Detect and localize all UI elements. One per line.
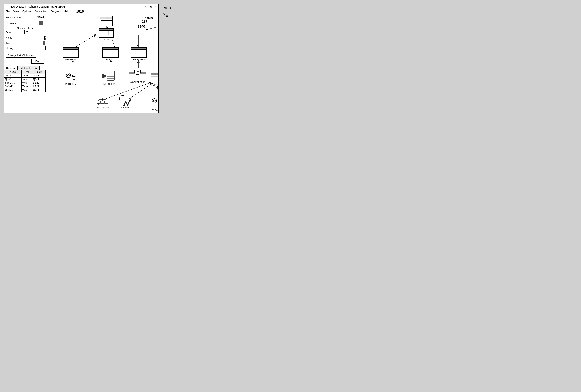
qsqjrn-label: QSQJRN [102,38,110,41]
tabs: Standard Relational List [4,66,45,70]
window-title: New Diagram - Schema Diagram - RCHASP04 [10,5,142,8]
main-window: — New Diagram - Schema Diagram - RCHASP0… [4,4,159,113]
project1-label: PROJECT1 [65,58,76,60]
emp-key-node[interactable]: STOP EMP_KEY [151,96,158,110]
menu-options[interactable]: Options [22,10,31,14]
table-row[interactable]: SYSKE... Table LIB22 [4,85,45,88]
menu-annotation: 1910 [76,10,84,14]
menu-diagram[interactable]: Diagram [51,10,61,14]
search-values-label: Search values [6,27,44,30]
side-annotations: 1900 [162,6,171,18]
emp-index2-node[interactable]: EMP_INDEX2 [96,96,109,109]
menu-file[interactable]: File [5,10,10,14]
project1-node[interactable]: PROJECT1 [63,47,79,60]
svg-line-57 [162,13,168,17]
name-input[interactable] [12,36,44,40]
svg-point-16 [66,73,71,78]
search-criteria-section: Search Criteria 1920 Diagram ▼ Search va… [4,14,45,66]
svg-rect-21 [107,71,111,80]
tab-relational[interactable]: Relational [17,66,32,70]
menu-view[interactable]: View [13,10,19,14]
svg-rect-38 [97,101,100,104]
svg-rect-26 [111,71,114,80]
left-panel: Search Criteria 1920 Diagram ▼ Search va… [4,14,46,112]
emp-index2-label: EMP_INDEX2 [96,106,109,109]
emp-act-label: EMP_ACT [106,58,115,60]
from-label: From: [6,31,12,34]
outer-annotation-1900: 1900 [162,6,171,10]
emp-key-label: EMP_KEY [152,108,158,110]
annotation-1920: 1920 [37,16,44,19]
svg-point-17 [67,74,69,76]
svg-line-0 [75,34,96,47]
window-controls: □ ▣ ✕ [144,5,157,8]
svg-rect-39 [101,101,104,104]
close-button[interactable]: ✕ [153,5,157,8]
table-row[interactable]: QS36P... Table QGPL [4,78,45,81]
from-input[interactable] [13,30,24,34]
proj-key-label: PROJ_KEY [65,83,76,85]
workdept-f-label: WORKDEPT_F [130,81,145,83]
window-icon[interactable]: — [5,5,8,8]
annotation-1940-label: 1940 [138,24,145,28]
salary-label: SALARY [121,106,129,109]
svg-marker-31 [102,73,107,79]
table-row[interactable]: QS3V... View QGPL [4,88,45,92]
library-input[interactable] [13,46,45,50]
salary-node[interactable]: STOP SALARY [119,94,131,109]
qsqjrn-node[interactable]: QSQJRN [99,28,114,41]
from-to-row: From: To: [6,30,44,34]
menu-connection[interactable]: Connection [34,10,48,14]
emp-act-node[interactable]: EMP_ACT [102,47,118,60]
change-libraries-button[interactable]: Change List of Libraries [6,53,36,58]
to-input[interactable] [31,30,42,34]
title-bar: — New Diagram - Schema Diagram - RCHASP0… [4,4,158,9]
workdept-f-node[interactable]: STOP WORKDEPT_F [129,68,146,83]
type-label: Type [6,42,11,44]
department-label: DEPARTMENT [132,58,146,60]
menu-bar: File View Options Connection Diagram Hel… [4,9,158,14]
journal-icon-node[interactable] [100,16,113,26]
type-field-row: Type ▼ [6,41,44,45]
search-criteria-title: Search Criteria [6,16,22,19]
tab-list[interactable]: List [32,66,39,70]
proj-key-node[interactable]: STOP PROJ_KEY [65,70,77,85]
diagram-dropdown[interactable]: Diagram ▼ [6,20,44,25]
svg-marker-44 [123,98,131,106]
svg-point-45 [152,98,157,103]
main-content: Search Criteria 1920 Diagram ▼ Search va… [4,14,158,112]
emp-index1-node[interactable]: EMP_INDEX1 [101,70,116,85]
svg-rect-32 [101,96,104,98]
employee-label: EMPLOYEE [153,84,158,86]
maximize-button[interactable]: ▣ [148,5,153,8]
tab-standard[interactable]: Standard [4,66,17,70]
minimize-button[interactable]: □ [144,5,148,8]
table-row[interactable]: QS36P... Table QGPL [4,74,45,78]
svg-rect-40 [104,101,108,104]
menu-help[interactable]: Help [64,10,69,14]
to-label: To: [26,31,30,34]
col-header-type: Type [21,70,32,74]
name-field-row: Name ▼ [6,36,44,40]
annotation-129: 129 [142,20,147,23]
department-node[interactable]: DEPARTMENT [131,47,147,60]
diagram-dropdown-row: Diagram ▼ [6,20,44,25]
name-label: Name [6,36,12,39]
diagram-dropdown-arrow[interactable]: ▼ [39,21,43,25]
right-panel: 1940 [46,14,158,112]
emp-index1-label: EMP_INDEX1 [102,83,115,85]
results-table: Name Type Library QS36P... Table QGPL [4,70,45,92]
col-header-name: Name [4,70,21,74]
svg-point-46 [153,100,155,102]
type-input[interactable] [11,41,43,45]
library-field-row: Library ▼ [6,46,44,50]
type-dropdown-arrow[interactable]: ▼ [43,41,45,45]
employee-node[interactable]: EMPLOYEE [151,73,158,86]
col-header-library: Library [32,70,45,74]
find-button[interactable]: Find [31,59,44,64]
svg-line-12 [146,25,158,30]
table-row[interactable]: SYSCS... View LIB22 [4,81,45,85]
library-label: Library [6,47,13,50]
